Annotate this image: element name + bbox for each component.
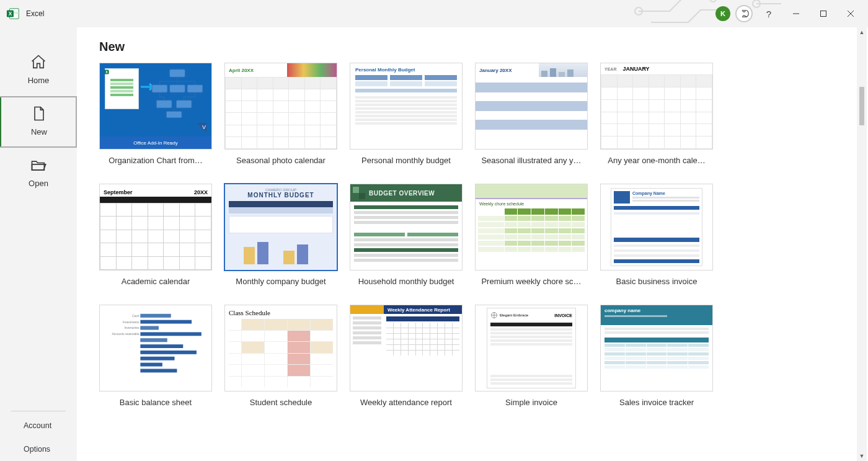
svg-text:Inventories: Inventories [124, 326, 140, 329]
template-weekly-attendance-report[interactable]: Weekly Attendance Report [350, 305, 463, 407]
template-weekly-chore-schedule[interactable]: Weekly chore schedule Premium weekly cho… [475, 184, 588, 286]
nav-home[interactable]: Home [0, 45, 77, 96]
template-basic-business-invoice[interactable]: Company Name Basic business invoice [600, 184, 713, 286]
template-academic-calendar[interactable]: September 20XX Academic calendar [99, 184, 212, 286]
svg-rect-32 [140, 332, 201, 336]
svg-rect-37 [140, 363, 162, 367]
svg-rect-30 [140, 320, 192, 324]
svg-rect-39 [140, 314, 170, 318]
svg-rect-36 [140, 357, 174, 360]
main-panel: New X [77, 27, 868, 461]
template-label: Monthly company budget [224, 277, 337, 286]
template-any-year-one-month[interactable]: YEAR JANUARY Any year one-month cale… [600, 63, 713, 165]
vertical-scrollbar[interactable]: ▲ ▼ [857, 27, 867, 461]
svg-rect-41 [140, 338, 167, 342]
svg-rect-18 [156, 101, 172, 108]
template-seasonal-photo-calendar[interactable]: April 20XX Seasonal photo calendar [224, 63, 337, 165]
scroll-track[interactable] [857, 37, 867, 451]
svg-rect-9 [821, 11, 826, 17]
template-grid: X V Office Add-In Ready [99, 63, 846, 407]
minimize-button[interactable] [782, 0, 810, 27]
svg-text:X: X [105, 70, 108, 74]
scroll-up-icon[interactable]: ▲ [857, 27, 867, 37]
sidebar-bottom: Account Options [0, 414, 77, 461]
addin-footer: Office Add-In Ready [100, 137, 211, 149]
svg-rect-40 [140, 326, 159, 330]
template-label: Weekly attendance report [350, 398, 463, 407]
svg-rect-14 [170, 69, 185, 77]
template-org-chart[interactable]: X V Office Add-In Ready [99, 63, 212, 165]
help-button[interactable]: ? [755, 0, 782, 27]
nav-options[interactable]: Options [0, 437, 77, 461]
svg-text:Cash: Cash [132, 315, 140, 318]
nav-label: New [31, 127, 47, 137]
template-label: Basic business invoice [600, 277, 713, 286]
nav-label: Open [29, 179, 48, 188]
template-personal-monthly-budget[interactable]: Personal Monthly Budget Personal monthly… [350, 63, 463, 165]
template-label: Simple invoice [475, 398, 588, 407]
template-label: Seasonal illustrated any y… [475, 156, 588, 165]
svg-rect-38 [140, 369, 177, 372]
svg-rect-35 [140, 351, 197, 354]
template-basic-balance-sheet[interactable]: Cash Investments Inventories Accounts re… [99, 305, 212, 407]
scroll-down-icon[interactable]: ▼ [857, 451, 867, 461]
home-icon [30, 53, 47, 71]
template-student-schedule[interactable]: Class Schedule Student schedule [224, 305, 337, 407]
template-label: Premium weekly chore sc… [475, 277, 588, 286]
template-household-monthly-budget[interactable]: BUDGET OVERVIEW Household monthly budget [350, 184, 463, 286]
template-simple-invoice[interactable]: Elegant Embrace INVOICE [475, 305, 588, 407]
template-label: Seasonal photo calendar [224, 156, 337, 165]
folder-open-icon [30, 156, 47, 174]
template-seasonal-illustrated-calendar[interactable]: January 20XX [475, 63, 588, 165]
svg-rect-16 [170, 85, 185, 92]
account-avatar[interactable]: K [715, 6, 730, 21]
template-label: Any year one-month cale… [600, 156, 713, 165]
file-new-icon [30, 105, 48, 122]
svg-text:Investments: Investments [123, 321, 140, 324]
svg-rect-26 [297, 244, 308, 264]
template-label: Organization Chart from… [99, 156, 212, 165]
svg-rect-28 [359, 193, 365, 199]
backstage-sidebar: Home New Open Account Options [0, 27, 77, 461]
template-label: Personal monthly budget [350, 156, 463, 165]
template-sales-invoice-tracker[interactable]: company name Sales invoice tracke [600, 305, 713, 407]
svg-rect-17 [187, 85, 203, 92]
svg-rect-15 [152, 85, 167, 92]
svg-text:V: V [202, 124, 206, 130]
nav-new[interactable]: New [0, 96, 77, 148]
template-label: Sales invoice tracker [600, 398, 713, 407]
close-button[interactable] [837, 0, 864, 27]
excel-app-icon: X [6, 7, 20, 20]
template-monthly-company-budget[interactable]: CAMERO GROUP MONTHLY BUDGET Monthly comp… [224, 184, 337, 286]
page-title: New [99, 40, 846, 54]
coming-soon-icon[interactable] [735, 5, 753, 22]
template-label: Student schedule [224, 398, 337, 407]
template-label: Basic balance sheet [99, 398, 212, 407]
svg-rect-20 [166, 111, 182, 118]
template-label: Academic calendar [99, 277, 212, 286]
nav-account[interactable]: Account [0, 414, 77, 437]
nav-open[interactable]: Open [0, 148, 77, 199]
maximize-button[interactable] [810, 0, 837, 27]
svg-text:X: X [9, 11, 12, 17]
template-label: Household monthly budget [350, 277, 463, 286]
svg-rect-34 [140, 344, 183, 348]
svg-rect-19 [176, 101, 192, 108]
svg-point-0 [635, 7, 642, 15]
svg-rect-24 [257, 242, 268, 264]
svg-rect-25 [283, 251, 294, 264]
svg-rect-23 [244, 247, 255, 264]
scroll-thumb[interactable] [859, 87, 864, 125]
svg-rect-27 [353, 187, 359, 193]
app-title: Excel [26, 9, 44, 18]
title-bar: X Excel K ? [0, 0, 868, 27]
svg-text:Accounts receivable: Accounts receivable [112, 333, 140, 336]
nav-label: Home [28, 76, 50, 85]
